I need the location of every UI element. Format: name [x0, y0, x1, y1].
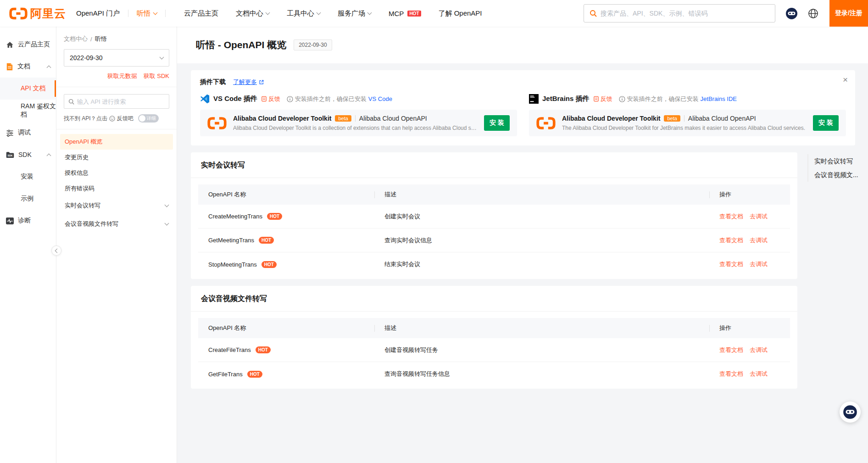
nav-tool-center[interactable]: 工具中心: [287, 9, 320, 18]
toggle-knob: [139, 115, 145, 122]
debug-link[interactable]: 去调试: [750, 260, 768, 268]
assistant-float-button[interactable]: [840, 402, 861, 423]
version-value: 2022-09-30: [70, 54, 103, 61]
feedback-row: 找不到 API？点击 反馈吧 详细: [64, 114, 170, 123]
sidebar-item-api-docs[interactable]: API 文档: [0, 78, 56, 100]
assistant-button[interactable]: [785, 7, 798, 20]
menu-group-realtime-meeting[interactable]: 实时会议转写: [60, 196, 173, 215]
sidebar-item-debug[interactable]: 调试: [0, 122, 56, 144]
api-name[interactable]: GetFileTrans: [208, 371, 243, 378]
close-icon[interactable]: ×: [843, 75, 848, 85]
debug-link[interactable]: 去调试: [750, 236, 768, 245]
menu-item-change-history[interactable]: 变更历史: [60, 150, 173, 165]
nav-service-market[interactable]: 服务广场: [338, 9, 371, 18]
view-doc-link[interactable]: 查看文档: [719, 346, 743, 354]
nav-learn-openapi[interactable]: 了解 OpenAPI: [439, 9, 482, 18]
debug-link[interactable]: 去调试: [750, 346, 768, 354]
feedback-text: 找不到 API？点击: [64, 115, 107, 123]
view-doc-link[interactable]: 查看文档: [719, 212, 743, 221]
alibaba-cloud-logo[interactable]: 阿里云: [9, 6, 66, 21]
external-link-icon: [259, 79, 264, 85]
view-doc-link[interactable]: 查看文档: [719, 236, 743, 245]
chevron-down-icon: [165, 221, 169, 225]
sidebar-item-install[interactable]: 安装: [0, 166, 56, 188]
jetbrains-icon: [529, 94, 539, 104]
info-icon: [619, 96, 625, 102]
api-desc: 创建音视频转写任务: [374, 346, 709, 354]
feedback-icon: [261, 96, 267, 102]
sidebar-group-sdk[interactable]: SDK SDK: [0, 144, 56, 166]
nav-openapi-portal[interactable]: OpenAPI 门户: [76, 9, 120, 18]
menu-item-openapi-overview[interactable]: OpenAPI 概览: [60, 134, 173, 150]
menu-item-auth-info[interactable]: 授权信息: [60, 165, 173, 181]
view-doc-link[interactable]: 查看文档: [719, 260, 743, 268]
banner-title: 插件下载: [200, 78, 226, 86]
chevron-down-icon: [165, 202, 169, 207]
nav-mcp[interactable]: MCPHOT: [389, 10, 421, 17]
divider: [165, 10, 166, 17]
breadcrumb-doc-center[interactable]: 文档中心: [64, 35, 88, 43]
table-row: CreateMeetingTransHOT 创建实时会议 查看文档去调试: [198, 205, 790, 229]
api-desc: 查询实时会议信息: [374, 236, 709, 245]
section-title: 会议音视频文件转写: [191, 286, 797, 312]
jetbrains-ide-link[interactable]: JetBrains IDE: [701, 95, 737, 102]
api-name[interactable]: StopMeetingTrans: [208, 261, 257, 268]
feedback-icon: [593, 96, 599, 102]
menu-group-file-trans[interactable]: 会议音视频文件转写: [60, 215, 173, 233]
sidebar-item-ram-docs[interactable]: RAM 鉴权文档: [0, 100, 56, 122]
document-icon: [6, 63, 13, 71]
robot-icon: [785, 7, 798, 20]
detail-toggle[interactable]: 详细: [138, 114, 159, 123]
menu-item-error-codes[interactable]: 所有错误码: [60, 181, 173, 196]
header-nav: 云产品主页 文档中心 工具中心 服务广场 MCPHOT 了解 OpenAPI: [184, 9, 482, 18]
global-search[interactable]: [584, 4, 775, 22]
login-register-button[interactable]: 登录/注册: [829, 0, 868, 27]
learn-more-link[interactable]: 了解更多: [233, 78, 264, 86]
divider: [684, 115, 684, 122]
jetbrains-feedback-link[interactable]: 反馈: [593, 95, 612, 103]
version-badge: 2022-09-30: [294, 39, 332, 50]
sidebar-item-diagnosis[interactable]: 诊断: [0, 210, 56, 232]
jetbrains-plugin-card: Alibaba Cloud Developer Toolkit beta Ali…: [529, 110, 846, 136]
anchor-file-trans[interactable]: 会议音视频文...: [814, 168, 866, 182]
sidebar-group-docs[interactable]: 文档: [0, 56, 56, 78]
version-select[interactable]: 2022-09-30: [64, 49, 169, 67]
vscode-install-button[interactable]: 安 装: [484, 115, 510, 131]
beta-badge: beta: [335, 115, 351, 122]
face-icon: [109, 116, 115, 122]
api-search[interactable]: [64, 94, 169, 109]
table-row: GetFileTransHOT 查询音视频转写任务信息 查看文档去调试: [198, 362, 790, 386]
search-icon: [590, 10, 597, 17]
debug-link[interactable]: 去调试: [750, 370, 768, 378]
api-name[interactable]: GetMeetingTrans: [208, 237, 254, 244]
global-search-input[interactable]: [601, 10, 769, 17]
vscode-feedback-link[interactable]: 反馈: [261, 95, 280, 103]
product-switcher[interactable]: 听悟: [137, 9, 157, 18]
feedback-link[interactable]: 反馈吧: [117, 115, 134, 123]
hot-badge: HOT: [407, 11, 421, 17]
robot-icon: [843, 405, 857, 419]
vscode-link[interactable]: VS Code: [368, 95, 392, 102]
vscode-plugin-column: VS Code 插件 反馈: [200, 94, 517, 136]
breadcrumb: 文档中心 / 听悟: [56, 35, 177, 43]
sidebar-collapse-handle[interactable]: [51, 245, 61, 256]
api-search-input[interactable]: [77, 98, 165, 105]
meta-links: 获取元数据 获取 SDK: [64, 72, 169, 80]
api-name[interactable]: CreateFileTrans: [208, 346, 251, 353]
sidebar-item-examples[interactable]: 示例: [0, 188, 56, 210]
anchor-realtime-meeting[interactable]: 实时会议转写: [814, 154, 866, 168]
nav-cloud-product-home[interactable]: 云产品主页: [184, 9, 218, 18]
install-notice: 安装插件之前，确保已安装 VS Code: [287, 95, 392, 103]
nav-doc-center[interactable]: 文档中心: [236, 9, 269, 18]
sidebar-item-cloud-home[interactable]: 云产品主页: [0, 33, 56, 56]
section-title: 实时会议转写: [191, 152, 797, 178]
get-sdk-link[interactable]: 获取 SDK: [144, 72, 169, 80]
chevron-left-icon: [55, 248, 59, 253]
debug-link[interactable]: 去调试: [750, 212, 768, 221]
chevron-up-icon: [47, 153, 51, 158]
language-button[interactable]: [808, 8, 818, 19]
get-metadata-link[interactable]: 获取元数据: [107, 72, 137, 80]
view-doc-link[interactable]: 查看文档: [719, 370, 743, 378]
jetbrains-install-button[interactable]: 安 装: [813, 115, 839, 131]
api-name[interactable]: CreateMeetingTrans: [208, 213, 262, 220]
